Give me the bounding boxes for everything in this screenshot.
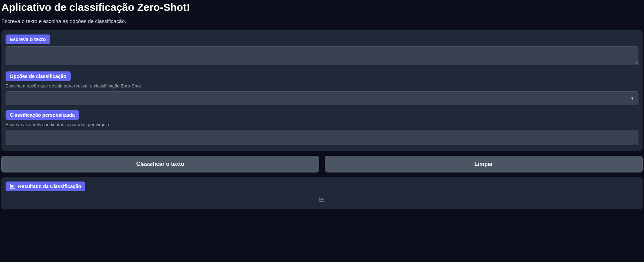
options-description: Escolha a opção que deseja para realizar… [6, 83, 638, 88]
bar-chart-placeholder-icon [319, 196, 325, 202]
page-subtitle: Escreva o texto e escolha as opções de c… [1, 18, 643, 24]
text-input-label: Escreva o texto [6, 34, 50, 44]
options-label: Opções de classificação [6, 71, 71, 81]
clear-button[interactable]: Limpar [325, 156, 643, 172]
page-title: Aplicativo de classificação Zero-Shot! [1, 1, 643, 13]
classify-button[interactable]: Classificar o texto [1, 156, 319, 172]
options-select[interactable] [6, 91, 638, 105]
custom-labels-description: Escreva as labels candidatas separadas p… [6, 122, 638, 127]
bar-chart-icon [10, 184, 15, 189]
text-input-block: Escreva o texto [6, 34, 638, 67]
form-panel: Escreva o texto Opções de classificação … [1, 30, 643, 151]
custom-labels-input[interactable] [6, 130, 638, 145]
button-row: Classificar o texto Limpar [1, 156, 643, 172]
result-panel: Resultado da Classificação [1, 177, 643, 209]
custom-labels-label: Classificação personalizada [6, 110, 79, 120]
custom-labels-block: Classificação personalizada Escreva as l… [6, 110, 638, 147]
result-placeholder [6, 191, 638, 205]
result-label: Resultado da Classificação [6, 182, 85, 191]
options-select-wrapper: ▼ [6, 91, 638, 105]
text-input[interactable] [6, 46, 638, 65]
result-label-text: Resultado da Classificação [18, 184, 81, 189]
options-block: Opções de classificação Escolha a opção … [6, 71, 638, 105]
